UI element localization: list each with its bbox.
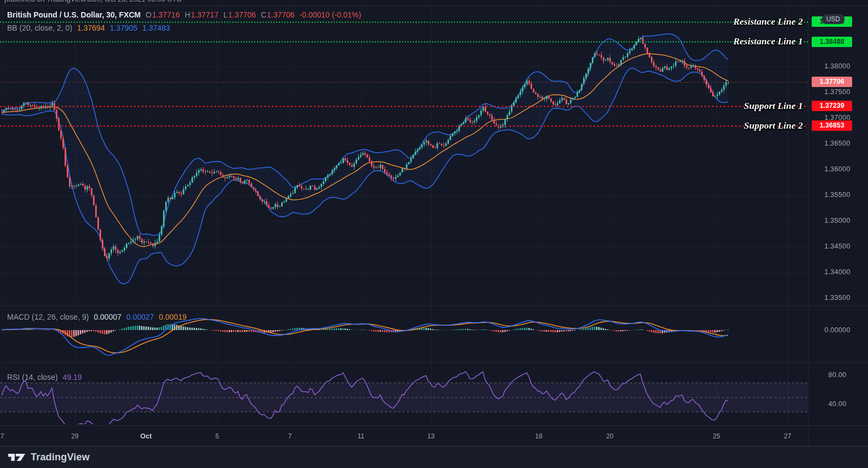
symbol-legend[interactable]: British Pound / U.S. Dollar, 30, FXCM O … [7, 10, 361, 19]
level-label-support-1[interactable]: Support Line 1 [744, 100, 803, 112]
watermark: published on TradingView.com, Oct 26, 20… [4, 0, 551, 4]
macd-line-value: 0.00027 [126, 313, 154, 321]
rsi-value: 49.19 [63, 373, 82, 382]
macd-label: MACD (12, 26, close, 9) [7, 313, 89, 321]
currency-suffix: ) [846, 15, 848, 23]
price-tag-support-2: 1.36853 [812, 120, 852, 131]
ohlc-low: L 1.37706 [224, 10, 256, 19]
change-value: -0.00010 (-0.01%) [300, 10, 362, 19]
macd-hist-value: 0.00007 [94, 313, 121, 321]
tradingview-logo-icon[interactable] [8, 452, 26, 463]
tradingview-chart-window: published on TradingView.com, Oct 26, 20… [0, 0, 868, 468]
bb-label: BB (20, close, 2, 0) [7, 24, 72, 32]
brand-name[interactable]: TradingView [31, 452, 90, 463]
rsi-tick-80: 80.00 [812, 371, 863, 379]
price-tick-label: 1.38000 [812, 62, 863, 70]
time-tick-label: 25 [713, 432, 720, 440]
price-tick-label: 1.34500 [812, 242, 863, 250]
bb-upper-value: 1.37905 [110, 24, 138, 32]
ohlc-high: H 1.37717 [185, 10, 219, 19]
macd-zero-tick: 0.00000 [812, 326, 863, 334]
chart-canvas[interactable] [0, 0, 868, 468]
currency-prefix: 1 [817, 15, 820, 23]
rsi-label: RSI (14, close) [7, 373, 58, 382]
price-tick-label: 1.36500 [812, 140, 863, 147]
bb-legend[interactable]: BB (20, close, 2, 0) 1.37694 1.37905 1.3… [7, 24, 170, 32]
time-tick-label: 11 [358, 432, 364, 440]
time-tick-label: 7 [288, 432, 292, 440]
time-tick-label: 13 [427, 432, 434, 440]
time-tick-label: Oct [141, 432, 152, 440]
price-tag-support-1: 1.37239 [812, 101, 852, 111]
time-tick-label: 27 [784, 432, 791, 440]
bb-basis-value: 1.37694 [77, 24, 105, 32]
time-tick-label: 5 [215, 432, 219, 440]
level-label-resistance-2[interactable]: Resistance Line 2 [733, 16, 803, 27]
time-tick-label: 20 [606, 432, 613, 440]
ohlc-close: C 1.37706 [261, 10, 295, 19]
macd-signal-value: 0.00019 [159, 313, 187, 321]
rsi-tick-40: 40.00 [812, 400, 863, 408]
level-label-support-2[interactable]: Support Line 2 [744, 120, 803, 131]
currency-unit-button[interactable]: USD [822, 14, 844, 24]
price-tag-resistance-1: 1.38488 [812, 37, 852, 47]
symbol-title: British Pound / U.S. Dollar, 30, FXCM [7, 10, 141, 19]
price-tick-label: 1.35500 [812, 191, 863, 199]
rsi-legend[interactable]: RSI (14, close) 49.19 [7, 373, 82, 382]
last-price-tag: 1.37706 [812, 77, 852, 87]
footer: TradingView [0, 446, 868, 468]
level-label-resistance-1[interactable]: Resistance Line 1 [733, 36, 803, 47]
ohlc-open: O 1.37716 [145, 10, 180, 19]
time-tick-label: 7 [1, 432, 4, 440]
time-tick-label: 18 [535, 432, 542, 440]
bb-lower-value: 1.37483 [142, 24, 170, 32]
macd-legend[interactable]: MACD (12, 26, close, 9) 0.00007 0.00027 … [7, 313, 187, 321]
price-tick-label: 1.34000 [812, 268, 863, 276]
price-tick-label: 1.36000 [812, 165, 863, 173]
price-tick-label: 1.35000 [812, 217, 863, 224]
time-tick-label: 29 [71, 432, 78, 440]
currency-unit-row: 1 USD ) [812, 13, 853, 25]
price-tick-label: 1.33500 [812, 294, 863, 302]
price-tick-label: 1.37500 [812, 88, 863, 96]
